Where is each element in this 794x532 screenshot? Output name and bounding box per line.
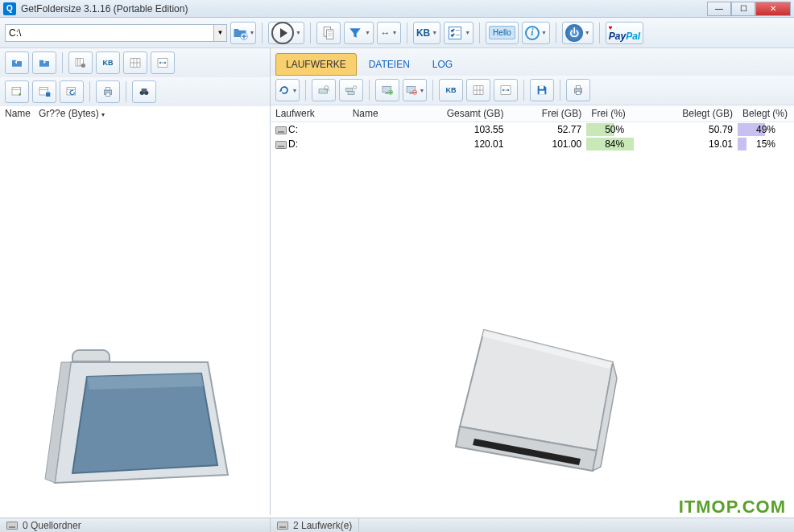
watermark: ITMOP.COM — [679, 497, 786, 518]
cell-frei-pct: 50% — [586, 122, 643, 138]
separator — [479, 23, 480, 43]
tab-files[interactable]: DATEIEN — [358, 53, 420, 76]
left-panel: KB Name Gr??e (Bytes) ▾ — [0, 48, 271, 515]
chevron-down-icon: ▼ — [585, 30, 590, 35]
folder-plus-icon — [232, 25, 248, 41]
tab-log[interactable]: LOG — [422, 53, 463, 76]
left-header-size[interactable]: Gr??e (Bytes) ▾ — [39, 108, 105, 119]
funnel-icon — [347, 25, 363, 41]
info-icon: i — [525, 26, 540, 40]
columns-config-button[interactable] — [68, 52, 93, 74]
table-row[interactable]: C:103.5552.7750%50.7949% — [271, 122, 794, 138]
main-toolbar: ▼ ▼ ▼ ▼ ↔ ▼ KB ▼ ▼ Hello i ▼ ⏻ ▼ ♥P — [0, 18, 794, 48]
path-dropdown-icon[interactable]: ▼ — [214, 24, 227, 42]
play-icon — [271, 22, 294, 44]
scan-all-drives-button[interactable] — [339, 79, 363, 101]
titlebar: Q GetFoldersize 3.1.16 (Portable Edition… — [0, 0, 794, 18]
expand-collapse-button[interactable]: ↔ ▼ — [377, 22, 401, 44]
cell-belegt-gb: 19.01 — [643, 137, 738, 151]
printer-icon — [101, 85, 114, 98]
chevron-down-icon: ▼ — [465, 30, 470, 35]
browse-folder-button[interactable]: ▼ — [230, 22, 256, 44]
main-area: KB Name Gr??e (Bytes) ▾ — [0, 48, 794, 515]
drive-icon — [275, 141, 287, 149]
svg-rect-18 — [319, 89, 328, 93]
exit-button[interactable]: ⏻ ▼ — [562, 22, 593, 44]
window-title: GetFoldersize 3.1.16 (Portable Edition) — [21, 3, 707, 14]
right-unit-button[interactable]: KB — [439, 79, 463, 101]
search-button[interactable] — [132, 80, 156, 103]
add-network-button[interactable] — [375, 79, 399, 101]
hello-icon: Hello — [489, 26, 515, 39]
svg-rect-35 — [576, 91, 580, 94]
cell-gesamt: 103.55 — [403, 122, 508, 138]
refresh-drives-button[interactable]: ▼ — [275, 79, 300, 101]
remove-network-button[interactable]: ▼ — [403, 79, 427, 101]
right-resize-button[interactable] — [494, 79, 518, 101]
monitor-plus-icon — [381, 84, 394, 97]
sort-indicator-icon: ▾ — [101, 111, 105, 118]
size-unit-button[interactable]: KB ▼ — [413, 22, 440, 44]
separator — [432, 80, 433, 101]
svg-rect-10 — [46, 93, 50, 97]
folder-back-icon — [10, 56, 23, 69]
grid-icon — [129, 56, 142, 69]
save-button[interactable] — [530, 79, 554, 101]
left-header-name[interactable]: Name — [5, 108, 31, 119]
save-list-button[interactable] — [32, 80, 56, 103]
svg-rect-2 — [326, 29, 333, 39]
paypal-icon: ♥PayPal — [609, 24, 640, 41]
path-input[interactable] — [5, 24, 214, 42]
col-laufwerk[interactable]: Laufwerk — [271, 105, 348, 122]
left-toolbar-2 — [0, 77, 270, 106]
chevron-down-icon: ▼ — [250, 30, 255, 35]
drive-icon — [275, 126, 287, 134]
status-right-text: 2 Laufwerk(e) — [293, 520, 352, 531]
path-combo[interactable]: ▼ — [5, 24, 227, 42]
scan-button[interactable]: ▼ — [268, 22, 304, 44]
tab-drives[interactable]: LAUFWERKE — [275, 53, 357, 76]
table-save-icon — [38, 85, 51, 98]
scan-drive-button[interactable] — [312, 79, 336, 101]
table-row[interactable]: D:120.01101.0084%19.0115% — [271, 137, 794, 151]
copy-button[interactable] — [316, 22, 341, 44]
cell-frei-gb: 52.77 — [508, 122, 586, 138]
cell-belegt-pct: 15% — [738, 137, 794, 151]
print-drives-button[interactable] — [566, 79, 590, 101]
status-right: 2 Laufwerk(e) — [271, 518, 359, 532]
close-button[interactable]: ✕ — [755, 2, 791, 16]
filter-button[interactable]: ▼ — [344, 22, 374, 44]
right-grid-button[interactable] — [466, 79, 490, 101]
separator — [305, 80, 306, 101]
drive-icon — [6, 522, 18, 530]
language-button[interactable]: Hello — [486, 22, 519, 44]
svg-rect-31 — [540, 86, 544, 89]
col-name[interactable]: Name — [348, 105, 403, 122]
col-belegt-pct[interactable]: Belegt (%) — [738, 105, 794, 122]
left-unit-button[interactable]: KB — [96, 52, 120, 74]
svg-rect-20 — [345, 88, 352, 91]
col-belegt-gb[interactable]: Belegt (GB) — [643, 105, 738, 122]
separator — [89, 81, 90, 102]
left-view2-button[interactable] — [151, 52, 175, 74]
col-frei-gb[interactable]: Frei (GB) — [508, 105, 586, 122]
cell-name — [348, 137, 403, 151]
col-gesamt[interactable]: Gesamt (GB) — [403, 105, 508, 122]
svg-rect-24 — [385, 93, 388, 93]
donate-button[interactable]: ♥PayPal — [606, 22, 643, 44]
nav-back-button[interactable] — [5, 52, 29, 74]
tabs: LAUFWERKE DATEIEN LOG — [271, 48, 794, 76]
refresh-list-button[interactable] — [60, 80, 84, 103]
options-button[interactable]: ▼ — [444, 22, 474, 44]
nav-forward-button[interactable] — [32, 52, 56, 74]
left-view1-button[interactable] — [123, 52, 147, 74]
export-button[interactable] — [5, 80, 29, 103]
minimize-button[interactable]: — — [707, 2, 731, 16]
info-button[interactable]: i ▼ — [522, 22, 550, 44]
svg-rect-27 — [409, 93, 412, 93]
columns-gear-icon — [74, 56, 87, 69]
maximize-button[interactable]: ☐ — [731, 2, 755, 16]
col-frei-pct[interactable]: Frei (%) — [586, 105, 643, 122]
separator — [560, 80, 560, 101]
print-button[interactable] — [96, 80, 120, 103]
